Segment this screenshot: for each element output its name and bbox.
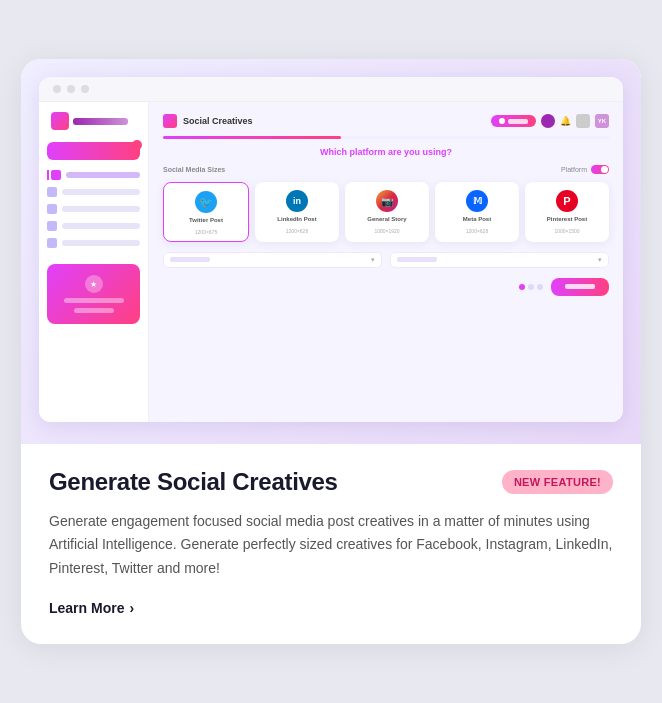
grid-icon[interactable] — [576, 114, 590, 128]
sidebar-label-4 — [62, 223, 140, 229]
sidebar-item-2[interactable] — [47, 187, 140, 197]
meta-icon: 𝕄 — [466, 190, 488, 212]
next-button[interactable] — [551, 278, 609, 296]
platform-linkedin[interactable]: in LinkedIn Post 1200×628 — [255, 182, 339, 241]
instagram-icon: 📷 — [376, 190, 398, 212]
premium-icon: ★ — [85, 275, 103, 293]
dropdown-1[interactable]: ▾ — [163, 252, 382, 268]
platform-story[interactable]: 📷 General Story 1080×1920 — [345, 182, 429, 241]
dropdown-1-arrow: ▾ — [371, 256, 375, 264]
logo-icon — [51, 112, 69, 130]
progress-bar-wrap — [163, 136, 609, 139]
sidebar-icon-4 — [47, 221, 57, 231]
twitter-name: Twitter Post — [189, 217, 223, 224]
topbar-action-btn[interactable] — [491, 115, 536, 127]
story-size: 1080×1920 — [374, 228, 399, 234]
sidebar-new-btn[interactable] — [47, 142, 140, 160]
sidebar-logo — [47, 112, 140, 130]
learn-more-link[interactable]: Learn More › — [49, 600, 613, 616]
sizes-label: Social Media Sizes — [163, 166, 225, 173]
card-header: Generate Social Creatives NEW FEATURE! — [49, 468, 613, 496]
premium-label — [64, 298, 124, 303]
card-description: Generate engagement focused social media… — [49, 510, 613, 579]
sidebar-label-1 — [66, 172, 140, 178]
card-body: Generate Social Creatives NEW FEATURE! G… — [21, 444, 641, 643]
user-avatar[interactable] — [541, 114, 555, 128]
bell-icon[interactable]: 🔔 — [560, 116, 571, 126]
step-dot-2 — [528, 284, 534, 290]
browser-chrome: ★ Social Creatives — [39, 77, 623, 422]
platforms-grid: 🐦 Twitter Post 1200×675 in LinkedIn Post… — [163, 182, 609, 241]
pinterest-icon: P — [556, 190, 578, 212]
logo-text-bar — [73, 118, 128, 125]
premium-sublabel — [74, 308, 114, 313]
progress-bar-fill — [163, 136, 341, 139]
sizes-header: Social Media Sizes Platform — [163, 165, 609, 174]
user-initials[interactable]: YK — [595, 114, 609, 128]
meta-name: Meta Post — [463, 216, 491, 223]
sidebar-icon-5 — [47, 238, 57, 248]
feature-card: ★ Social Creatives — [21, 59, 641, 643]
sidebar-icon-2 — [47, 187, 57, 197]
topbar-btn-label — [508, 119, 528, 124]
topbar-left: Social Creatives — [163, 114, 253, 128]
pinterest-size: 1000×1500 — [554, 228, 579, 234]
page-icon — [163, 114, 177, 128]
browser-area: ★ Social Creatives — [21, 59, 641, 444]
main-content: Social Creatives 🔔 YK — [149, 102, 623, 422]
card-title: Generate Social Creatives — [49, 468, 338, 496]
meta-size: 1200×628 — [466, 228, 488, 234]
browser-dot-green — [81, 85, 89, 93]
topbar-btn-indicator — [499, 118, 505, 124]
platform-twitter[interactable]: 🐦 Twitter Post 1200×675 — [163, 182, 249, 241]
sidebar-icon-1 — [51, 170, 61, 180]
sidebar-label-5 — [62, 240, 140, 246]
browser-titlebar — [39, 77, 623, 102]
linkedin-icon: in — [286, 190, 308, 212]
sidebar-item-3[interactable] — [47, 204, 140, 214]
app-mockup: ★ Social Creatives — [39, 102, 623, 422]
sidebar: ★ — [39, 102, 149, 422]
toggle-switch[interactable] — [591, 165, 609, 174]
sidebar-icon-3 — [47, 204, 57, 214]
dropdowns-row: ▾ ▾ — [163, 252, 609, 268]
dropdown-2[interactable]: ▾ — [390, 252, 609, 268]
sidebar-item-1[interactable] — [47, 170, 140, 180]
dropdown-2-arrow: ▾ — [598, 256, 602, 264]
platform-toggle-label: Platform — [561, 166, 587, 173]
new-feature-badge: NEW FEATURE! — [502, 470, 613, 494]
step-dots — [519, 284, 543, 290]
browser-dot-yellow — [67, 85, 75, 93]
pinterest-name: Pinterest Post — [547, 216, 587, 223]
sidebar-item-4[interactable] — [47, 221, 140, 231]
twitter-size: 1200×675 — [195, 229, 217, 235]
action-bar — [163, 278, 609, 296]
linkedin-name: LinkedIn Post — [277, 216, 316, 223]
learn-more-text: Learn More — [49, 600, 124, 616]
platform-toggle[interactable]: Platform — [561, 165, 609, 174]
step-question: Which platform are you using? — [163, 147, 609, 157]
sidebar-label-3 — [62, 206, 140, 212]
sidebar-item-5[interactable] — [47, 238, 140, 248]
twitter-icon: 🐦 — [195, 191, 217, 213]
step-dot-1 — [519, 284, 525, 290]
browser-dot-red — [53, 85, 61, 93]
story-name: General Story — [367, 216, 406, 223]
next-btn-label — [565, 284, 595, 289]
learn-more-arrow-icon: › — [129, 600, 134, 616]
dropdown-1-text — [170, 257, 210, 262]
platform-pinterest[interactable]: P Pinterest Post 1000×1500 — [525, 182, 609, 241]
dropdown-2-text — [397, 257, 437, 262]
linkedin-size: 1200×628 — [286, 228, 308, 234]
sidebar-premium-card[interactable]: ★ — [47, 264, 140, 324]
topbar: Social Creatives 🔔 YK — [163, 114, 609, 128]
platform-meta[interactable]: 𝕄 Meta Post 1200×628 — [435, 182, 519, 241]
sidebar-label-2 — [62, 189, 140, 195]
step-dot-3 — [537, 284, 543, 290]
topbar-right: 🔔 YK — [491, 114, 609, 128]
page-title: Social Creatives — [183, 116, 253, 126]
